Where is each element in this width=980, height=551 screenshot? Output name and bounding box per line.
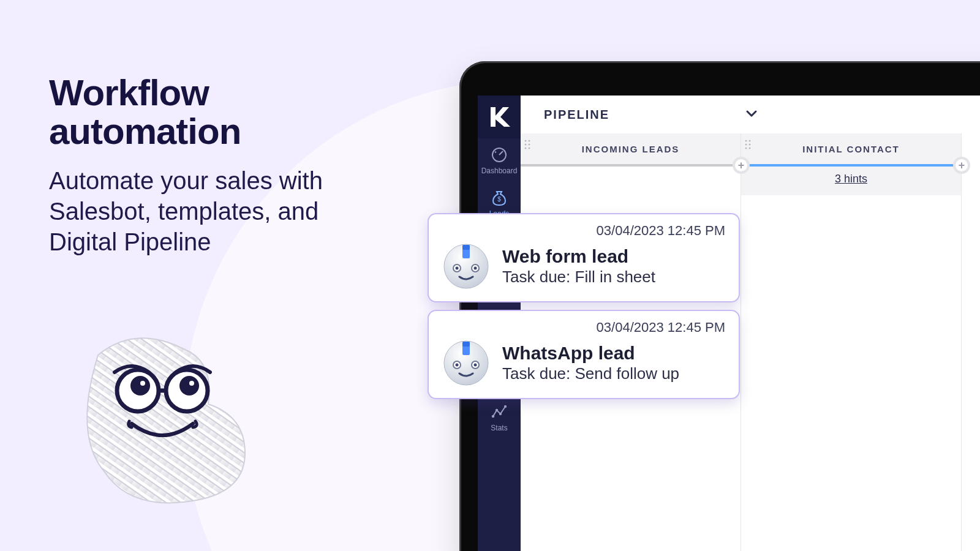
speedometer-icon — [490, 146, 508, 164]
svg-point-6 — [130, 376, 150, 395]
notification-timestamp: 03/04/2023 12:45 PM — [442, 320, 725, 335]
svg-point-47 — [474, 364, 477, 367]
column-title: INCOMING LEADS — [582, 144, 680, 154]
sidebar-item-label: Stats — [491, 424, 507, 432]
mascot-illustration — [61, 331, 270, 514]
svg-point-8 — [140, 381, 145, 386]
pipeline-column-initial-contact[interactable]: INITIAL CONTACT + 3 hints — [741, 133, 962, 551]
notification-subtitle: Task due: Send follow up — [502, 364, 679, 383]
notification-subtitle: Task due: Fill in sheet — [502, 268, 655, 287]
drag-handle-icon[interactable] — [524, 140, 530, 149]
pipeline-title: PIPELINE — [544, 108, 609, 122]
brand-logo[interactable] — [478, 96, 521, 138]
svg-point-20 — [499, 413, 502, 415]
svg-point-25 — [529, 144, 530, 146]
svg-point-7 — [179, 376, 199, 395]
svg-text:$: $ — [497, 196, 501, 203]
drag-handle-icon[interactable] — [745, 140, 751, 149]
moneybag-icon: $ — [490, 189, 508, 207]
chevron-down-icon — [744, 106, 759, 123]
hero-copy: Workflow automation Automate your sales … — [49, 73, 392, 257]
bot-avatar-icon — [442, 339, 490, 387]
column-header: INCOMING LEADS — [521, 133, 741, 164]
svg-point-39 — [456, 267, 459, 270]
svg-point-27 — [529, 148, 530, 149]
notification-card[interactable]: 03/04/2023 12:45 PM WhatsApp lead Task d… — [428, 310, 740, 399]
svg-line-11 — [499, 151, 503, 155]
notification-title: Web form lead — [502, 246, 655, 266]
svg-point-31 — [749, 144, 751, 146]
column-hints-link[interactable]: 3 hints — [741, 167, 961, 195]
svg-point-32 — [745, 148, 747, 149]
svg-point-9 — [189, 381, 194, 386]
notification-card[interactable]: 03/04/2023 12:45 PM Web form lead Task d… — [428, 213, 740, 302]
svg-point-33 — [749, 148, 751, 149]
pipeline-header[interactable]: PIPELINE — [521, 96, 980, 133]
svg-point-28 — [745, 140, 747, 142]
sidebar-item-label: Dashboard — [481, 167, 518, 175]
svg-point-29 — [749, 140, 751, 142]
notification-title: WhatsApp lead — [502, 343, 679, 363]
column-title: INITIAL CONTACT — [802, 144, 900, 154]
svg-point-19 — [496, 409, 498, 411]
add-stage-button[interactable]: + — [953, 157, 970, 174]
svg-point-18 — [492, 415, 494, 418]
notification-stack: 03/04/2023 12:45 PM Web form lead Task d… — [428, 213, 740, 407]
svg-point-26 — [525, 148, 527, 149]
svg-point-23 — [529, 140, 530, 142]
svg-point-24 — [525, 144, 527, 146]
svg-point-22 — [525, 140, 527, 142]
column-body[interactable] — [741, 195, 961, 551]
svg-rect-36 — [462, 245, 470, 250]
sidebar-item-dashboard[interactable]: Dashboard — [478, 138, 521, 181]
svg-line-12 — [495, 152, 496, 152]
svg-point-46 — [456, 364, 459, 367]
notification-timestamp: 03/04/2023 12:45 PM — [442, 223, 725, 239]
svg-point-40 — [474, 267, 477, 270]
hero-title: Workflow automation — [49, 73, 392, 151]
bot-avatar-icon — [442, 242, 490, 290]
hero-subtitle: Automate your sales with Salesbot, templ… — [49, 165, 392, 257]
k-logo-icon — [487, 105, 511, 129]
svg-rect-43 — [462, 342, 470, 347]
column-header: INITIAL CONTACT — [741, 133, 961, 164]
add-stage-button[interactable]: + — [733, 157, 750, 174]
svg-point-30 — [745, 144, 747, 146]
